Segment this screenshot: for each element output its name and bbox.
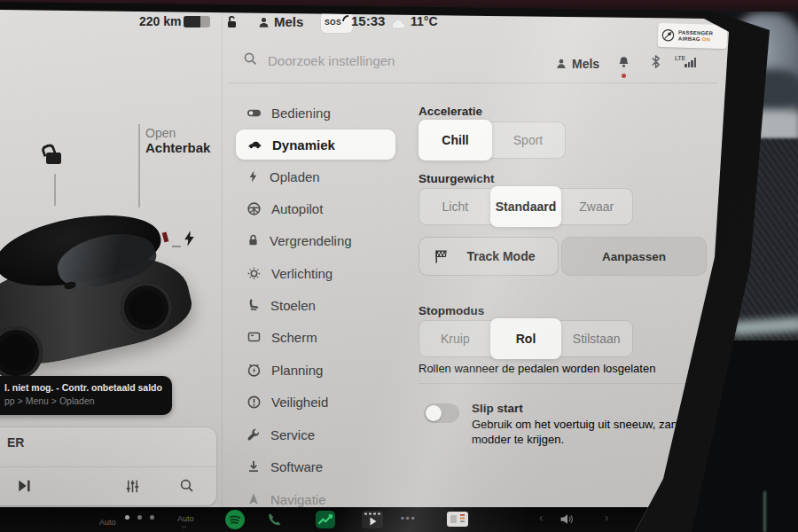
- unlock-icon[interactable]: [224, 15, 239, 33]
- bluetooth-icon[interactable]: [650, 54, 661, 73]
- lightning-icon: [246, 169, 260, 184]
- section-divider: [419, 383, 704, 384]
- volume-up-chevron[interactable]: ›: [605, 511, 608, 524]
- battery-range: 220 km: [139, 14, 181, 28]
- spotify-icon[interactable]: [225, 510, 245, 529]
- stocks-icon[interactable]: [316, 511, 335, 528]
- passenger-airbag-indicator: PASSENGER AIRBAG ON: [658, 23, 728, 49]
- alert-icon: [246, 395, 262, 410]
- navigation-icon: [246, 492, 261, 506]
- checkered-flag-icon: [434, 249, 449, 264]
- airbag-line2: AIRBAG: [678, 35, 700, 42]
- battery-icon: [184, 16, 210, 27]
- sos-button[interactable]: SOS: [321, 12, 353, 33]
- sidebar-item-software[interactable]: Software: [236, 451, 395, 481]
- sidebar-item-dynamiek[interactable]: Dynamiek: [236, 129, 395, 160]
- stuurgewicht-segmented-control: Licht Standaard Zwaar: [419, 188, 633, 225]
- climate-passenger-auto[interactable]: Auto: [177, 514, 194, 523]
- favorite-star-icon[interactable]: [69, 478, 87, 498]
- volume-down-chevron[interactable]: ‹: [539, 511, 543, 524]
- option-standaard[interactable]: Standaard: [490, 186, 562, 227]
- stopmodus-label: Stopmodus: [419, 304, 484, 317]
- boombox-icon[interactable]: [447, 512, 468, 527]
- track-mode-button[interactable]: Track Mode: [419, 237, 559, 276]
- audio-settings-icon[interactable]: [124, 478, 141, 498]
- airbag-state: ON: [702, 36, 711, 42]
- notifications-bell-icon[interactable]: [617, 55, 630, 73]
- media-search-icon[interactable]: [179, 478, 195, 497]
- lock-callout-line: [54, 174, 56, 206]
- volume-icon[interactable]: [559, 512, 576, 530]
- sidebar-item-bediening[interactable]: Bediening: [236, 98, 395, 128]
- trunk-open-label[interactable]: Open: [145, 126, 176, 140]
- airbag-icon: [661, 28, 675, 42]
- car-icon: [246, 137, 262, 153]
- car-rear-wheel: [121, 282, 172, 333]
- media-player-panel: ER: [0, 427, 216, 505]
- sidebar-item-service[interactable]: Service: [236, 419, 395, 450]
- sidebar-item-opladen[interactable]: Opladen: [236, 161, 395, 192]
- clock-icon: [246, 363, 262, 378]
- sidebar-item-stoelen[interactable]: Stoelen: [236, 290, 395, 320]
- option-rol[interactable]: Rol: [490, 318, 562, 359]
- aanpassen-label: Aanpassen: [602, 250, 666, 263]
- driver-profile-icon[interactable]: [257, 16, 270, 33]
- option-zwaar[interactable]: Zwaar: [560, 189, 632, 224]
- trunk-label[interactable]: Achterbak: [145, 140, 210, 155]
- sidebar-item-vergrendeling[interactable]: Vergrendeling: [236, 225, 395, 255]
- aanpassen-button[interactable]: Aanpassen: [561, 237, 707, 276]
- media-title: ER: [7, 435, 24, 450]
- seat-icon: [246, 298, 261, 312]
- climate-chevrons[interactable]: ‹‹: [182, 523, 186, 531]
- user-icon[interactable]: [555, 58, 567, 74]
- option-sport[interactable]: Sport: [491, 122, 565, 158]
- user-name[interactable]: Mels: [572, 57, 599, 71]
- sos-handset-icon: [342, 15, 349, 22]
- trunk-callout-line: [138, 124, 140, 207]
- controls-icon: [246, 106, 262, 121]
- car-render: [0, 206, 198, 370]
- weather-cloud-icon: [390, 17, 407, 33]
- next-track-icon[interactable]: [16, 478, 33, 497]
- signal-bars-icon[interactable]: [685, 58, 696, 67]
- search-icon[interactable]: [243, 51, 258, 70]
- notification-dot: [622, 74, 626, 78]
- toast-subtitle: pp > Menu > Opladen: [4, 395, 165, 406]
- option-stilstaan[interactable]: Stilstaan: [560, 321, 632, 356]
- climate-driver-auto[interactable]: Auto: [99, 518, 116, 527]
- bezel-edge-glow: [763, 491, 766, 532]
- acceleratie-label: Acceleratie: [419, 105, 482, 118]
- search-input[interactable]: [266, 49, 482, 72]
- panel-divider: [222, 11, 223, 507]
- option-chill[interactable]: Chill: [419, 120, 492, 160]
- driver-profile-name[interactable]: Mels: [274, 14, 303, 29]
- steering-wheel-icon: [246, 201, 262, 216]
- stopmodus-description: Rollen wanneer de pedalen worden losgela…: [419, 361, 655, 376]
- toast-title: l. niet mog. - Contr. onbetaald saldo: [4, 382, 165, 393]
- acceleratie-segmented-control: Chill Sport: [419, 121, 566, 159]
- charge-port-icon[interactable]: [181, 230, 198, 251]
- download-icon: [246, 459, 261, 473]
- sidebar-item-autopilot[interactable]: Autopilot: [236, 193, 395, 223]
- stuurgewicht-label: Stuurgewicht: [419, 172, 495, 185]
- phone-icon[interactable]: [266, 511, 284, 532]
- theater-icon[interactable]: [362, 511, 383, 528]
- light-icon: [246, 266, 262, 281]
- sidebar-item-veiligheid[interactable]: Veiligheid: [236, 387, 395, 417]
- sidebar-item-verlichting[interactable]: Verlichting: [236, 258, 395, 288]
- option-licht[interactable]: Licht: [419, 189, 491, 224]
- charging-notification-toast[interactable]: l. niet mog. - Contr. onbetaald saldo pp…: [0, 376, 172, 415]
- track-mode-label: Track Mode: [466, 249, 535, 263]
- wrench-icon: [246, 427, 261, 442]
- slip-start-label: Slip start: [472, 402, 523, 415]
- lock-icon: [246, 233, 260, 247]
- more-apps-button[interactable]: •••: [401, 512, 417, 523]
- sidebar-item-planning[interactable]: Planning: [236, 355, 395, 385]
- slip-start-toggle[interactable]: [424, 403, 459, 423]
- outside-temperature[interactable]: 11°C: [411, 14, 438, 28]
- header-divider: [229, 82, 718, 83]
- car-unlocked-icon[interactable]: [46, 153, 61, 164]
- option-kruip[interactable]: Kruip: [419, 321, 491, 356]
- sidebar-item-scherm[interactable]: Scherm: [236, 322, 395, 352]
- stopmodus-segmented-control: Kruip Rol Stilstaan: [419, 320, 633, 357]
